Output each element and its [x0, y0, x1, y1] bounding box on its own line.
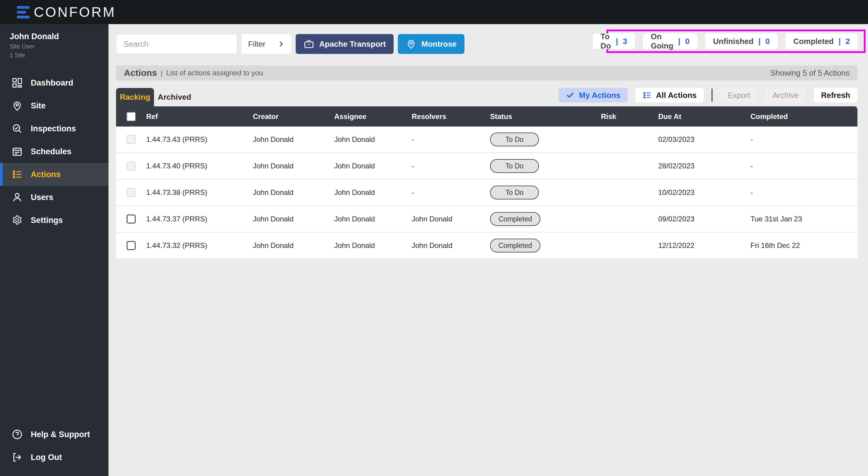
table-row[interactable]: 1.44.73.32 (PRRS) John Donald John Donal… — [116, 232, 858, 259]
sidebar-item-label: Users — [31, 193, 53, 202]
sidebar-item-help-support[interactable]: Help & Support — [0, 423, 108, 446]
my-actions-button[interactable]: My Actions — [558, 88, 628, 102]
site-button[interactable]: Montrose — [398, 34, 464, 54]
table-row[interactable]: 1.44.73.38 (PRRS) John Donald John Donal… — [116, 180, 858, 206]
sidebar-item-label: Log Out — [31, 453, 62, 462]
status-pill[interactable]: Completed — [490, 212, 540, 226]
status-pill[interactable]: To Do — [490, 132, 539, 147]
cell-completed: - — [750, 162, 858, 170]
map-pin-icon — [406, 38, 416, 50]
status-badge-label: Completed — [793, 37, 834, 46]
sidebar-item-dashboard[interactable]: Dashboard — [0, 71, 108, 94]
status-badge-todo[interactable]: To Do | 3 — [593, 33, 635, 49]
button-divider — [712, 89, 712, 102]
sidebar-item-inspections[interactable]: Inspections — [0, 117, 108, 140]
cell-assignee: John Donald — [334, 188, 412, 197]
status-pill[interactable]: To Do — [490, 186, 539, 199]
filter-button[interactable]: Filter — [241, 34, 291, 54]
cell-due-at: 28/02/2023 — [658, 162, 750, 170]
bullet-list-icon — [11, 169, 23, 180]
status-badge-count: 0 — [765, 37, 770, 46]
status-badge-count: 2 — [846, 37, 850, 46]
sidebar-item-schedules[interactable]: Schedules — [0, 140, 108, 163]
status-badge-completed[interactable]: Completed | 2 — [785, 33, 858, 49]
column-header-resolvers: Resolvers — [412, 113, 490, 121]
cell-completed: - — [750, 135, 858, 144]
site-button-label: Montrose — [421, 39, 457, 49]
cell-creator: John Donald — [253, 241, 334, 250]
sidebar-menu: Dashboard Site Inspections Schedules — [0, 71, 108, 232]
status-badge-divider: | — [758, 37, 761, 46]
cell-assignee: John Donald — [334, 162, 412, 170]
cell-resolvers: - — [412, 188, 490, 197]
sidebar: John Donald Site User 1 Site Dashboard S… — [0, 24, 108, 476]
cell-due-at: 02/03/2023 — [658, 135, 750, 144]
cell-resolvers: John Donald — [412, 215, 490, 223]
tab-racking[interactable]: Racking — [116, 88, 154, 106]
my-actions-label: My Actions — [579, 91, 621, 100]
search-input[interactable] — [116, 34, 237, 54]
user-name: John Donald — [10, 32, 108, 41]
cell-assignee: John Donald — [334, 241, 412, 250]
refresh-button[interactable]: Refresh — [814, 88, 858, 102]
sidebar-item-actions[interactable]: Actions — [0, 163, 108, 186]
refresh-label: Refresh — [821, 91, 850, 100]
filter-label: Filter — [248, 39, 266, 49]
status-pill[interactable]: Completed — [490, 239, 540, 252]
actions-button-group: My Actions All Actions Export Archive Re… — [558, 88, 858, 102]
table-row[interactable]: 1.44.73.43 (PRRS) John Donald John Donal… — [116, 127, 858, 153]
sidebar-item-label: Help & Support — [31, 430, 90, 439]
select-all-checkbox[interactable] — [127, 112, 135, 121]
app-logo: CONFORM — [17, 4, 116, 20]
user-icon — [11, 192, 23, 203]
cell-ref: 1.44.73.40 (PRRS) — [146, 162, 253, 170]
user-info: John Donald Site User 1 Site — [0, 24, 108, 59]
cell-creator: John Donald — [253, 135, 334, 144]
cell-ref: 1.44.73.38 (PRRS) — [146, 188, 253, 197]
table-row[interactable]: 1.44.73.40 (PRRS) John Donald John Donal… — [116, 153, 858, 180]
status-badge-count: 3 — [623, 37, 627, 46]
page-subtitle: List of actions assigned to you — [166, 69, 263, 77]
cell-ref: 1.44.73.37 (PRRS) — [146, 215, 253, 223]
sidebar-item-settings[interactable]: Settings — [0, 209, 108, 232]
help-circle-icon — [11, 429, 23, 440]
status-badge-divider: | — [616, 37, 618, 46]
column-header-assignee: Assignee — [334, 113, 412, 121]
status-badge-label: Unfinished — [713, 37, 753, 46]
dashboard-icon — [11, 77, 23, 89]
app-logo-text: CONFORM — [34, 4, 116, 20]
sidebar-item-label: Inspections — [31, 124, 76, 133]
cell-ref: 1.44.73.43 (PRRS) — [146, 135, 253, 144]
sidebar-item-label: Dashboard — [31, 78, 73, 88]
cell-due-at: 09/02/2023 — [658, 215, 750, 223]
status-badge-unfinished[interactable]: Unfinished | 0 — [705, 33, 778, 49]
cell-resolvers: John Donald — [412, 241, 490, 250]
column-header-risk: Risk — [601, 113, 658, 121]
all-actions-button[interactable]: All Actions — [635, 88, 704, 102]
status-badge-ongoing[interactable]: On Going | 0 — [643, 33, 698, 49]
row-checkbox[interactable] — [127, 241, 135, 250]
export-button[interactable]: Export — [720, 88, 757, 102]
archive-button[interactable]: Archive — [765, 88, 806, 102]
actions-table: Ref Creator Assignee Resolvers Status Ri… — [116, 106, 858, 259]
cell-assignee: John Donald — [334, 135, 412, 144]
top-header: CONFORM — [0, 0, 868, 24]
row-checkbox — [127, 135, 135, 144]
calendar-icon — [11, 146, 23, 157]
tab-archived[interactable]: Archived — [156, 88, 193, 106]
sidebar-item-log-out[interactable]: Log Out — [0, 446, 108, 469]
tabs-row: Racking Archived My Actions All Actions … — [116, 88, 858, 106]
status-badge-divider: | — [678, 37, 680, 46]
cell-resolvers: - — [412, 135, 490, 144]
map-pin-icon — [11, 100, 23, 112]
row-checkbox[interactable] — [127, 215, 135, 224]
company-button[interactable]: Apache Transport — [296, 34, 394, 54]
status-pill[interactable]: To Do — [490, 159, 539, 173]
user-role: Site User — [10, 43, 108, 50]
table-row[interactable]: 1.44.73.37 (PRRS) John Donald John Donal… — [116, 206, 858, 232]
cell-due-at: 12/12/2022 — [658, 241, 750, 250]
sidebar-item-site[interactable]: Site — [0, 94, 108, 117]
cell-completed: - — [750, 188, 858, 197]
sidebar-item-users[interactable]: Users — [0, 186, 108, 209]
econform-bars-icon — [17, 6, 30, 19]
